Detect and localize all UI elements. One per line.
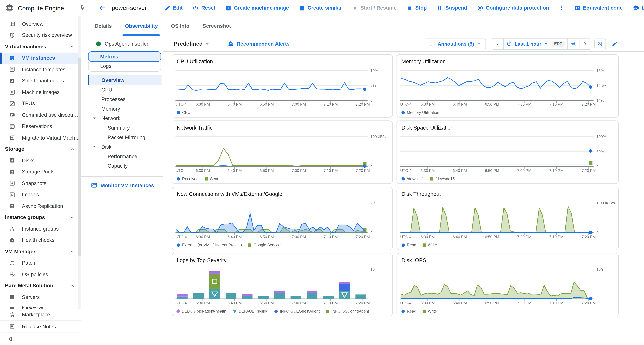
sidebar-item-overview[interactable]: Overview xyxy=(0,18,81,30)
sidebar-item-disks[interactable]: Disks xyxy=(0,155,81,166)
caret-down-icon xyxy=(476,41,482,46)
metrics-nav-packet-mirroring[interactable]: Packet Mirroring xyxy=(88,133,161,142)
metrics-nav-overview[interactable]: Overview xyxy=(88,75,161,85)
metrics-nav-network[interactable]: Network xyxy=(88,113,161,123)
configure-data-protection-button[interactable]: Configure data protection xyxy=(472,0,554,16)
metrics-nav-disk[interactable]: Disk xyxy=(88,142,161,152)
svg-text:10%: 10% xyxy=(370,69,378,73)
sidebar-section-instance-groups[interactable]: Instance groups xyxy=(0,212,81,223)
svg-text:7:20 PM: 7:20 PM xyxy=(356,102,370,106)
charts-header: Predefined Recommended Alerts Annotation… xyxy=(163,36,644,52)
learn-button[interactable]: Learn xyxy=(628,0,644,16)
create-machine-image-button[interactable]: Create machine image xyxy=(220,0,294,16)
metrics-nav-capacity[interactable]: Capacity xyxy=(88,161,161,171)
chart-title: CPU Utilization xyxy=(177,59,213,65)
tab-observability[interactable]: Observability xyxy=(118,16,164,36)
sidebar-item-committed-use-discou[interactable]: Committed use discou… xyxy=(0,109,81,121)
template-icon xyxy=(9,66,15,73)
reset-button[interactable]: Reset xyxy=(188,0,220,16)
svg-text:1,000KiB/s: 1,000KiB/s xyxy=(596,201,615,205)
grid-icon xyxy=(9,89,15,95)
sidebar-collapse-button[interactable] xyxy=(0,332,81,345)
sidebar-item-health-checks[interactable]: Health checks xyxy=(0,234,81,246)
sidebar-item-os-policies[interactable]: OS policies xyxy=(0,269,81,280)
suspend-button[interactable]: Suspend xyxy=(432,0,472,16)
time-range-dropdown[interactable]: Last 1 hour EDT xyxy=(504,38,568,49)
bell-plus-icon xyxy=(228,41,234,47)
chart-title: Logs by Top Severity xyxy=(177,257,226,263)
metrics-nav-processes[interactable]: Processes xyxy=(88,95,161,104)
sidebar-item-marketplace[interactable]: Marketplace xyxy=(0,309,81,320)
sidebar-item-security-risk-overview[interactable]: Security risk overview xyxy=(0,30,81,41)
sidebar-item-storage-pools[interactable]: Storage Pools xyxy=(0,166,81,178)
metrics-nav-memory[interactable]: Memory xyxy=(88,104,161,113)
sidebar-section-storage[interactable]: Storage xyxy=(0,144,81,155)
tab-screenshot[interactable]: Screenshot xyxy=(196,16,238,36)
svg-text:6:40 PM: 6:40 PM xyxy=(228,301,242,305)
sidebar-item-async-replication[interactable]: Async Replication xyxy=(0,200,81,212)
charts-section: Predefined Recommended Alerts Annotation… xyxy=(163,36,644,345)
svg-text:7:10 PM: 7:10 PM xyxy=(549,168,564,173)
metrics-nav-summary[interactable]: Summary xyxy=(88,123,161,133)
toolbar-actions: EditResetCreate machine imageCreate simi… xyxy=(159,0,554,16)
monitor-vm-instances-link[interactable]: Monitor VM Instances xyxy=(91,182,162,188)
annotations-button[interactable]: Annotations (5) xyxy=(425,38,486,49)
svg-text:UTC-4: UTC-4 xyxy=(400,102,412,106)
sidebar-item-tpus[interactable]: TPUs xyxy=(0,98,81,109)
caret-down-icon xyxy=(92,115,97,121)
chart-title: New Connections with VMs/External/Google xyxy=(177,191,282,197)
sidebar-item-instance-groups[interactable]: Instance groups xyxy=(0,223,81,234)
sidebar-item-snapshots[interactable]: Snapshots xyxy=(0,178,81,189)
back-arrow-icon[interactable] xyxy=(98,4,106,12)
sidebar-section-virtual-machines[interactable]: Virtual machines xyxy=(0,41,81,53)
sidebar-item-vm-instances[interactable]: VM instances xyxy=(0,52,81,64)
sidebar-item-images[interactable]: Images xyxy=(0,189,81,200)
sidebar-section-vm-manager[interactable]: VM Manager xyxy=(0,246,81,257)
sidebar-item-servers[interactable]: Servers xyxy=(0,291,81,303)
sidebar-item-machine-images[interactable]: Machine images xyxy=(0,87,81,98)
chevron-up-icon xyxy=(70,44,75,49)
legend-item: Write xyxy=(422,243,437,247)
edit-button[interactable]: Edit xyxy=(159,0,188,16)
toggle-metrics[interactable]: Metrics xyxy=(88,51,161,62)
recommended-alerts-button[interactable]: Recommended Alerts xyxy=(228,41,290,47)
sidebar-item-sole-tenant-nodes[interactable]: Sole-tenant nodes xyxy=(0,75,81,87)
edit-dashboard-button[interactable] xyxy=(612,41,618,47)
time-back-button[interactable] xyxy=(492,38,504,49)
svg-text:UTC-4: UTC-4 xyxy=(176,301,187,305)
pencil-icon xyxy=(164,5,170,11)
sidebar-item-patch[interactable]: Patch xyxy=(0,257,81,269)
protect-icon xyxy=(477,5,483,11)
predefined-dropdown[interactable]: Predefined xyxy=(174,41,210,47)
sidebar-item-instance-templates[interactable]: Instance templates xyxy=(0,64,81,75)
start-resume-button[interactable]: Start / Resume xyxy=(347,0,402,16)
sidebar-scrollbar-thumb[interactable] xyxy=(78,58,81,256)
sidebar-item-reservations[interactable]: Reservations xyxy=(0,121,81,132)
chart-card-disk-throughput: Disk Throughput6:30 PM6:40 PM6:50 PM7:00… xyxy=(396,187,619,250)
stop-button[interactable]: Stop xyxy=(402,0,432,16)
tab-details[interactable]: Details xyxy=(88,16,118,36)
tab-os-info[interactable]: OS Info xyxy=(164,16,196,36)
tpu-icon xyxy=(9,101,15,107)
overflow-menu-icon[interactable] xyxy=(558,5,565,11)
sidebar-section-bare-metal-solution[interactable]: Bare Metal Solution xyxy=(0,280,81,291)
sidebar-item-migrate-to-virtual-mach[interactable]: Migrate to Virtual Mach… xyxy=(0,132,81,144)
create-similar-button[interactable]: Create similar xyxy=(294,0,346,16)
legend-item: INFO GCEGuestAgent xyxy=(274,309,320,313)
time-forward-button[interactable] xyxy=(580,38,590,49)
legend-item: DEFAULT syslog xyxy=(232,309,268,313)
screenshot-root: Compute Engine power-server EditResetCre… xyxy=(0,0,644,345)
zoom-out-icon xyxy=(571,41,576,46)
pin-icon[interactable] xyxy=(79,5,86,11)
alerts-off-button[interactable] xyxy=(594,38,606,49)
sidebar-item-release-notes[interactable]: Release Notes xyxy=(0,320,81,332)
check-circle-icon xyxy=(96,41,101,47)
toggle-logs[interactable]: Logs xyxy=(88,61,161,72)
metrics-nav-cpu[interactable]: CPU xyxy=(88,85,161,95)
vm-icon xyxy=(9,55,15,61)
equivalent-code-button[interactable]: Equivalent code xyxy=(569,0,628,16)
cart-icon xyxy=(9,312,15,318)
metrics-nav-performance[interactable]: Performance xyxy=(88,152,161,161)
sidebar-scrollbar[interactable] xyxy=(78,16,81,332)
zoom-out-button[interactable] xyxy=(568,38,580,49)
